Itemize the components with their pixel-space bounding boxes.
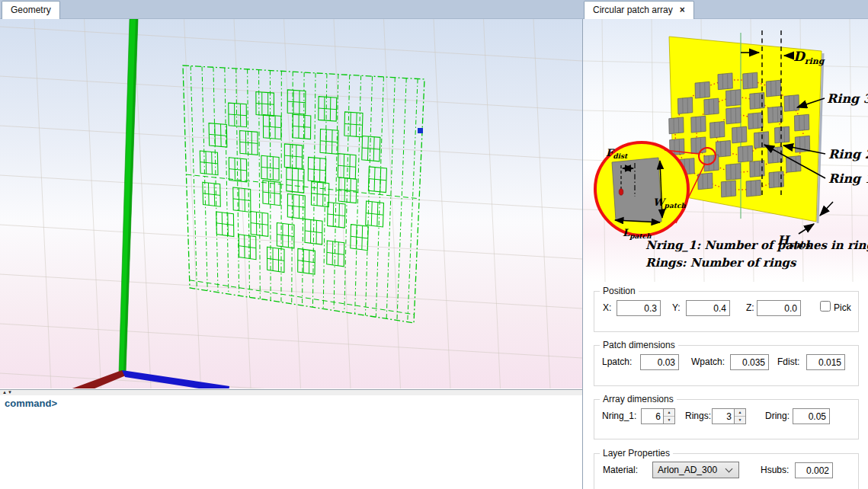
nring1-spin-up-icon[interactable]: ▲ — [664, 409, 674, 417]
rings-spin-down-icon[interactable]: ▼ — [735, 417, 745, 423]
close-tab-icon[interactable]: × — [680, 5, 685, 15]
material-dropdown[interactable]: Arlon_AD_300 — [652, 462, 739, 478]
pick-checkbox[interactable] — [820, 301, 831, 312]
position-group: Position X: Y: Z: Pick — [594, 286, 859, 332]
lpatch-input[interactable] — [640, 354, 679, 370]
fdist-label: Fdist: — [777, 356, 799, 367]
hsubs-label: Hsubs: — [761, 465, 789, 475]
console-splitter[interactable]: ▲▼ — [0, 389, 583, 395]
hsubs-input[interactable] — [795, 462, 833, 478]
rings-spinner[interactable]: ▲ ▼ — [712, 408, 746, 424]
nring1-spinner[interactable]: ▲ ▼ — [641, 408, 675, 424]
application-window: Geometry ▲▼ command> Circu — [0, 0, 868, 489]
patch-dimensions-group: Patch dimensions Lpatch: Wpatch: Fdist: — [594, 340, 859, 386]
wpatch-input[interactable] — [730, 354, 769, 370]
fdist-input[interactable] — [806, 354, 845, 370]
x-label: X: — [603, 302, 611, 313]
label-ring3: Ring 3 — [827, 91, 868, 106]
label-ring2: Ring 2 — [828, 147, 868, 161]
dring-input[interactable] — [793, 408, 830, 424]
dring-label: Dring: — [765, 411, 790, 421]
right-tabbar: Circular patch array× — [583, 0, 868, 19]
tab-geometry-label: Geometry — [11, 5, 51, 15]
viewport-background — [0, 19, 582, 388]
vertex-marker — [418, 128, 423, 133]
nring1-label: Nring_1: — [602, 411, 636, 421]
nring1-spin-down-icon[interactable]: ▼ — [664, 417, 674, 423]
command-console[interactable]: command> — [0, 395, 583, 489]
chevron-down-icon — [725, 465, 733, 473]
array-dimensions-title: Array dimensions — [600, 394, 677, 404]
caption-line2: Rings: Number of rings — [645, 256, 797, 270]
material-label: Material: — [603, 465, 638, 475]
y-label: Y: — [672, 302, 681, 313]
position-group-title: Position — [600, 286, 639, 296]
rings-input[interactable] — [712, 408, 734, 424]
layer-properties-title: Layer Properties — [600, 448, 673, 459]
rings-label: Rings: — [685, 411, 711, 421]
pick-label: Pick — [834, 302, 851, 313]
patch-array-illustration: Dring Ring 3 Ring 2 Ring 1 Hsubs — [583, 19, 868, 282]
tab-geometry[interactable]: Geometry — [2, 1, 60, 20]
rings-spin-up-icon[interactable]: ▲ — [735, 409, 745, 417]
circular-patch-array-panel: Dring Ring 3 Ring 2 Ring 1 Hsubs — [583, 19, 868, 489]
nring1-input[interactable] — [641, 408, 663, 424]
material-value: Arlon_AD_300 — [658, 465, 717, 475]
command-prompt: command> — [5, 398, 57, 409]
x-input[interactable] — [617, 300, 661, 316]
wpatch-label: Wpatch: — [691, 356, 725, 367]
z-label: Z: — [746, 302, 754, 313]
tab-circular-patch-array-label: Circular patch array — [593, 5, 673, 15]
layer-properties-group: Layer Properties Material: Arlon_AD_300 … — [594, 448, 859, 489]
left-tabbar: Geometry — [0, 0, 583, 19]
geometry-viewport[interactable] — [0, 19, 583, 389]
y-input[interactable] — [686, 300, 730, 316]
array-dimensions-group: Array dimensions Nring_1: ▲ ▼ Rings: ▲ ▼… — [594, 394, 859, 439]
z-input[interactable] — [757, 300, 801, 316]
tab-circular-patch-array[interactable]: Circular patch array× — [584, 1, 694, 20]
patch-dimensions-title: Patch dimensions — [600, 340, 678, 350]
caption-line1: Nring_1: Number of patches in ring 1 — [645, 238, 868, 252]
label-ring1: Ring 1 — [828, 171, 868, 186]
lpatch-label: Lpatch: — [602, 356, 632, 367]
viewport-canvas[interactable] — [0, 19, 582, 388]
feed-point — [619, 189, 623, 195]
splitter-arrows-icon[interactable]: ▲▼ — [2, 389, 13, 395]
